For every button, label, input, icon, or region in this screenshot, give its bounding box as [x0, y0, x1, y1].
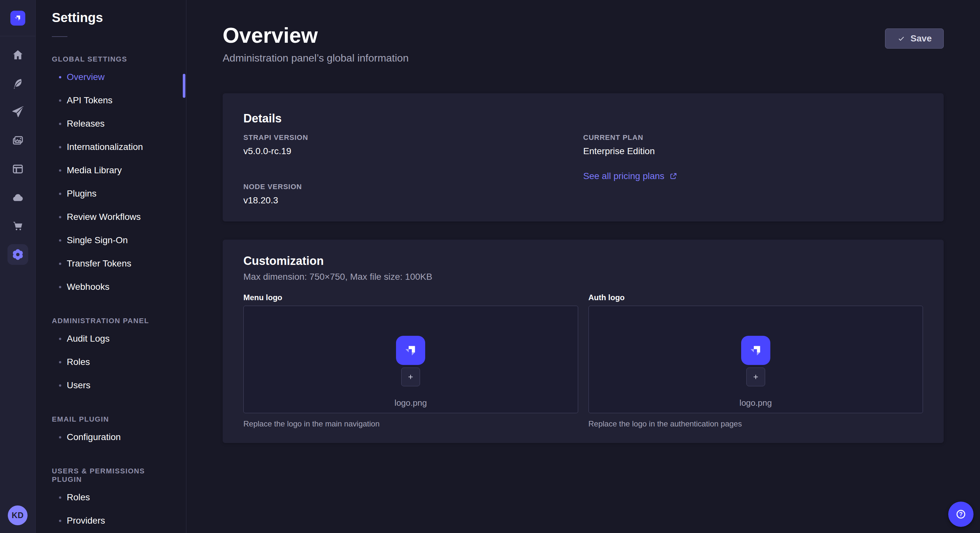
current-plan-field: CURRENT PLAN Enterprise Edition — [583, 133, 923, 157]
paper-plane-icon[interactable] — [8, 102, 28, 122]
section-header-administration-panel: ADMINISTRATION PANEL — [52, 317, 174, 325]
bullet-icon — [59, 384, 61, 387]
node-version-label: NODE VERSION — [243, 182, 583, 191]
current-plan-label: CURRENT PLAN — [583, 133, 923, 142]
bullet-icon — [59, 436, 61, 438]
subnav-item-webhooks[interactable]: Webhooks — [59, 275, 174, 298]
subnav-item-transfer-tokens[interactable]: Transfer Tokens — [59, 252, 174, 275]
save-button[interactable]: Save — [885, 29, 944, 49]
subnav-item-admin-roles[interactable]: Roles — [59, 351, 174, 374]
subnav-item-label: Transfer Tokens — [67, 259, 131, 269]
subnav-item-media-library[interactable]: Media Library — [59, 159, 174, 182]
page-header: Overview Administration panel’s global i… — [223, 23, 944, 64]
section-header-global-settings: GLOBAL SETTINGS — [52, 55, 174, 63]
subnav-item-label: Webhooks — [67, 282, 110, 292]
subnav-item-label: Providers — [67, 516, 105, 526]
auth-logo-filename: logo.png — [740, 398, 772, 408]
bullet-icon — [59, 361, 61, 363]
bullet-icon — [59, 263, 61, 265]
rail-icon-menu — [8, 45, 28, 265]
bullet-icon — [59, 99, 61, 102]
logo-uploads-row: Menu logo logo.png Replace the logo in t… — [243, 293, 923, 429]
subnav-scrollbar-thumb[interactable] — [183, 74, 185, 98]
section-header-users-permissions-plugin: USERS & PERMISSIONS PLUGIN — [52, 467, 174, 484]
node-version-field: NODE VERSION v18.20.3 — [243, 182, 583, 206]
window-layout-icon[interactable] — [8, 159, 28, 179]
strapi-admin-app: KD Settings GLOBAL SETTINGS Overview API… — [0, 0, 980, 533]
question-mark-icon: ? — [955, 508, 967, 521]
subnav-item-releases[interactable]: Releases — [59, 112, 174, 135]
email-plugin-list: Configuration — [52, 425, 174, 449]
strapi-logo-icon[interactable] — [10, 11, 25, 25]
subnav-item-api-tokens[interactable]: API Tokens — [59, 89, 174, 112]
menu-logo-dropzone[interactable]: logo.png — [243, 306, 578, 413]
strapi-version-field: STRAPI VERSION v5.0.0-rc.19 — [243, 133, 583, 157]
subnav-item-admin-users[interactable]: Users — [59, 374, 174, 397]
global-settings-list: Overview API Tokens Releases Internation… — [52, 65, 174, 298]
rail-logo-area — [0, 0, 35, 36]
menu-logo-upload: Menu logo logo.png Replace the logo in t… — [243, 293, 578, 429]
subnav-item-configuration[interactable]: Configuration — [59, 425, 174, 449]
auth-logo-label: Auth logo — [589, 293, 923, 303]
subnav-item-label: Releases — [67, 119, 105, 129]
subnav-item-plugins[interactable]: Plugins — [59, 182, 174, 205]
bullet-icon — [59, 497, 61, 499]
cart-icon[interactable] — [8, 216, 28, 236]
subnav-item-up-roles[interactable]: Roles — [59, 486, 174, 509]
customization-subtitle: Max dimension: 750×750, Max file size: 1… — [243, 271, 923, 282]
subnav-title: Settings — [52, 10, 174, 25]
subnav-item-audit-logs[interactable]: Audit Logs — [59, 327, 174, 351]
feather-icon[interactable] — [8, 73, 28, 94]
subnav-item-label: Roles — [67, 357, 90, 367]
subnav-item-label: Review Workflows — [67, 212, 141, 222]
help-button[interactable]: ? — [948, 501, 974, 527]
menu-logo-filename: logo.png — [395, 398, 427, 408]
details-right-column: CURRENT PLAN Enterprise Edition See all … — [583, 133, 923, 206]
user-avatar[interactable]: KD — [8, 506, 27, 525]
subnav-item-label: Audit Logs — [67, 333, 110, 344]
bullet-icon — [59, 520, 61, 522]
external-link-icon — [669, 171, 678, 181]
svg-text:?: ? — [959, 511, 963, 517]
subnav-item-overview[interactable]: Overview — [59, 65, 174, 89]
subnav-item-internationalization[interactable]: Internationalization — [59, 135, 174, 159]
current-plan-value: Enterprise Edition — [583, 146, 923, 157]
strapi-version-value: v5.0.0-rc.19 — [243, 146, 583, 157]
menu-logo-hint: Replace the logo in the main navigation — [243, 419, 578, 429]
plus-icon — [751, 372, 760, 382]
menu-logo-label: Menu logo — [243, 293, 578, 303]
images-icon[interactable] — [8, 130, 28, 151]
menu-logo-add-button[interactable] — [401, 368, 420, 386]
subnav-item-label: Roles — [67, 492, 90, 503]
menu-logo-preview — [396, 336, 425, 365]
subnav-item-label: Media Library — [67, 165, 122, 176]
subnav-item-review-workflows[interactable]: Review Workflows — [59, 205, 174, 228]
details-left-column: STRAPI VERSION v5.0.0-rc.19 NODE VERSION… — [243, 133, 583, 206]
page-title: Overview — [223, 23, 409, 47]
bullet-icon — [59, 123, 61, 125]
plus-icon — [406, 372, 415, 382]
cloud-icon[interactable] — [8, 187, 28, 208]
subnav-item-label: Plugins — [67, 189, 97, 199]
details-card: Details STRAPI VERSION v5.0.0-rc.19 NODE… — [223, 93, 944, 222]
details-card-title: Details — [243, 111, 923, 125]
bullet-icon — [59, 216, 61, 218]
subnav-divider — [52, 36, 67, 37]
strapi-version-label: STRAPI VERSION — [243, 133, 583, 142]
subnav-item-single-sign-on[interactable]: Single Sign-On — [59, 228, 174, 252]
auth-logo-hint: Replace the logo in the authentication p… — [589, 419, 923, 429]
node-version-value: v18.20.3 — [243, 195, 583, 206]
home-icon[interactable] — [8, 45, 28, 65]
pricing-plans-link[interactable]: See all pricing plans — [583, 171, 678, 181]
auth-logo-add-button[interactable] — [746, 368, 765, 386]
subnav-item-up-providers[interactable]: Providers — [59, 509, 174, 532]
gear-icon[interactable] — [8, 244, 28, 265]
page-header-titles: Overview Administration panel’s global i… — [223, 23, 409, 64]
section-header-email-plugin: EMAIL PLUGIN — [52, 415, 174, 424]
administration-panel-list: Audit Logs Roles Users — [52, 327, 174, 397]
bullet-icon — [59, 76, 61, 78]
auth-logo-dropzone[interactable]: logo.png — [589, 306, 923, 413]
users-permissions-list: Roles Providers — [52, 486, 174, 532]
subnav-item-label: Single Sign-On — [67, 235, 128, 246]
strapi-logo-icon — [748, 343, 764, 358]
